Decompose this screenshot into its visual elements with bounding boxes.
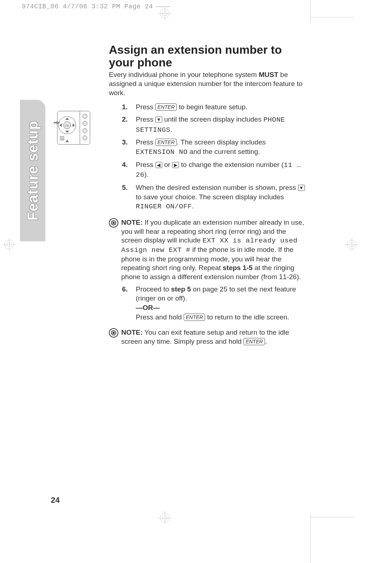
crop-mark [310, 17, 354, 17]
registration-mark [2, 238, 16, 252]
steps-list-continued: 6. Proceed to step 5 on page 25 to set t… [109, 285, 305, 322]
lcd-text: RINGER ON/OFF [136, 203, 192, 211]
step-text: or [162, 161, 172, 168]
or-separator: —OR— [136, 304, 160, 311]
note-icon [109, 218, 118, 228]
step-1: 1. Press ENTER to begin feature setup. [134, 102, 305, 112]
right-arrow-key-icon: ▶ [172, 162, 179, 168]
svg-point-3 [83, 121, 87, 126]
crop-mark [310, 512, 311, 563]
step-number: 5. [122, 183, 128, 192]
note-text: NOTE: You can exit feature setup and ret… [121, 328, 305, 346]
step-number: 3. [122, 138, 128, 147]
note-text: NOTE: If you duplicate an extension numb… [121, 218, 305, 282]
note-duplicate-extension: NOTE: If you duplicate an extension numb… [109, 218, 305, 282]
svg-point-4 [83, 128, 87, 133]
down-arrow-key-icon: ▼ [298, 185, 305, 191]
note-lead: NOTE: [121, 329, 143, 336]
step-text: to save your choice. The screen display … [136, 193, 284, 201]
steps-list: 1. Press ENTER to begin feature setup. 2… [109, 102, 305, 211]
step-text: until the screen display includes [162, 115, 264, 123]
svg-text:#: # [61, 137, 63, 140]
step-number: 2. [122, 115, 128, 124]
step-text: Proceed to [136, 285, 171, 293]
step-text: When the desired extension number is sho… [136, 184, 298, 191]
svg-point-5 [83, 136, 87, 140]
step-number: 4. [122, 160, 128, 170]
step-text: Press [136, 103, 155, 111]
step-text: to change the extension number ( [179, 161, 283, 168]
intro-pre: Every individual phone in your telephone… [109, 71, 259, 78]
enter-key-icon: ENTER [155, 139, 177, 146]
crop-mark [310, 517, 354, 517]
intro-must: MUST [259, 71, 278, 78]
registration-mark [158, 511, 172, 525]
phone-keypad-illustration: OK # [51, 109, 91, 145]
enter-key-icon: ENTER [155, 103, 177, 111]
note-exit-setup: NOTE: You can exit feature setup and ret… [109, 328, 305, 346]
left-arrow-key-icon: ◀ [155, 162, 162, 168]
enter-key-icon: ENTER [184, 314, 205, 321]
step-number: 6. [122, 285, 128, 294]
step-4: 4. Press ◀ or ▶ to change the extension … [134, 160, 305, 180]
page-number: 24 [51, 495, 60, 505]
page-title: Assign an extension number to your phone [109, 44, 305, 69]
step-text: and the current setting. [188, 148, 260, 155]
note-icon [109, 328, 118, 338]
note-body: . [265, 338, 267, 345]
section-tab: Feature setup [20, 100, 45, 241]
step-text: to return to the idle screen. [205, 313, 289, 321]
step-2: 2. Press ▼ until the screen display incl… [134, 115, 305, 135]
intro-paragraph: Every individual phone in your telephone… [109, 70, 305, 97]
step-text: . [192, 202, 194, 210]
page-body: Assign an extension number to your phone… [109, 44, 305, 348]
prepress-slug: 974CIB_06 4/7/06 3:32 PM Page 24 [22, 3, 170, 10]
note-stepsref: steps 1-5 [223, 264, 253, 272]
step-crossref: step 5 [171, 285, 191, 293]
step-text: . [170, 126, 172, 133]
lcd-text: EXTENSION NO [136, 148, 188, 156]
step-text: ). [144, 171, 149, 178]
step-text: Press [136, 138, 155, 146]
enter-key-icon: ENTER [244, 338, 265, 345]
step-text: Press [136, 161, 155, 168]
crop-mark [310, 0, 311, 23]
prepress-slug-text: 974CIB_06 4/7/06 3:32 PM Page 24 [22, 3, 153, 10]
step-text: to begin feature setup. [177, 103, 247, 111]
step-3: 3. Press ENTER. The screen display inclu… [134, 138, 305, 157]
step-5: 5. When the desired extension number is … [134, 183, 305, 212]
registration-mark [345, 238, 359, 252]
down-arrow-key-icon: ▼ [155, 117, 162, 123]
svg-point-2 [83, 114, 87, 118]
step-text: Press [136, 115, 155, 123]
svg-text:OK: OK [65, 124, 69, 127]
registration-mark [158, 7, 172, 20]
section-tab-label: Feature setup [25, 121, 41, 220]
note-lead: NOTE: [121, 219, 143, 226]
step-6: 6. Proceed to step 5 on page 25 to set t… [134, 285, 305, 322]
step-number: 1. [122, 102, 128, 112]
step-text: . The screen display includes [177, 138, 266, 146]
step-text: Press and hold [136, 313, 184, 321]
